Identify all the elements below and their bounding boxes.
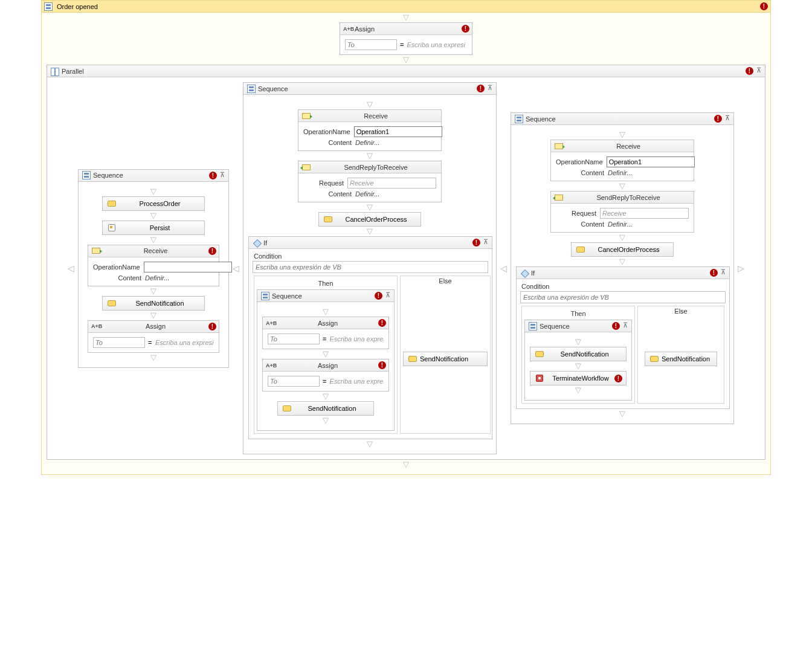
process-order-activity[interactable]: ProcessOrder [102, 196, 205, 211]
assign-icon: A+B [266, 362, 276, 369]
branch-drop-left[interactable]: ◁ [65, 263, 77, 273]
activity-icon [283, 405, 291, 411]
send-notification-activity[interactable]: SendNotification [645, 352, 717, 366]
error-icon[interactable]: ! [378, 361, 386, 369]
sequence-activity[interactable]: Sequence ! ⊼ ▽ [524, 320, 632, 401]
root-header[interactable]: Order opened ! [42, 1, 770, 13]
request-input[interactable] [600, 208, 689, 219]
error-icon[interactable]: ! [209, 172, 217, 179]
branch-drop[interactable]: ◁ [498, 263, 509, 273]
collapse-icon[interactable]: ⊼ [482, 239, 489, 247]
send-reply-activity[interactable]: SendReplyToReceive Request ContentDefini… [550, 191, 694, 233]
send-notification-activity[interactable]: SendNotification [530, 347, 627, 361]
collapse-icon[interactable]: ⊼ [719, 269, 727, 277]
receive-activity[interactable]: Receive OperationName ContentDefinir... [298, 109, 442, 151]
connector-arrow: ▽ [42, 460, 770, 469]
collapse-icon[interactable]: ⊼ [218, 172, 226, 179]
branch-drop-right[interactable]: ▷ [735, 263, 747, 273]
assign-activity[interactable]: A+B Assign ! =Escriba una expresi [262, 317, 389, 349]
if-activity[interactable]: If ! ⊼ Condition Then [248, 236, 492, 439]
if-icon [253, 239, 261, 247]
error-icon[interactable]: ! [375, 292, 382, 300]
assign-activity[interactable]: A+B Assign ! = Escriba una expresi [88, 320, 219, 353]
then-label: Then [524, 309, 632, 320]
assign-to-input[interactable] [268, 334, 320, 344]
condition-input[interactable] [520, 291, 726, 303]
send-notification-activity[interactable]: SendNotification [102, 296, 205, 311]
reply-icon [555, 195, 563, 201]
collapse-icon[interactable]: ⊼ [755, 67, 762, 75]
persist-activity[interactable]: Persist [102, 221, 205, 235]
collapse-icon[interactable]: ⊼ [486, 85, 494, 92]
receive-activity[interactable]: Receive ! OperationName Conten [88, 245, 219, 286]
branch-drop[interactable]: ◁ [230, 263, 242, 273]
sequence-activity[interactable]: Sequence ! ⊼ ▽ ProcessOrder ▽ [78, 169, 229, 368]
sequence-icon [247, 85, 256, 93]
assign-expr-hint[interactable]: Escriba una expresi [407, 41, 467, 48]
content-define-link[interactable]: Definir... [608, 169, 689, 176]
send-reply-activity[interactable]: SendReplyToReceive Request ContentDefini… [298, 161, 442, 202]
error-icon[interactable]: ! [612, 322, 620, 330]
error-icon[interactable]: ! [472, 239, 480, 247]
error-icon[interactable]: ! [710, 269, 718, 277]
parallel-activity[interactable]: Parallel ! ⊼ ◁ Sequence ! ⊼ [47, 65, 765, 460]
connector-arrow: ▽ [42, 55, 770, 65]
error-icon[interactable]: ! [614, 375, 622, 382]
content-define-link[interactable]: Definir... [355, 190, 436, 198]
request-input[interactable] [347, 178, 436, 189]
error-icon[interactable]: ! [477, 85, 485, 92]
assign-to-input[interactable] [93, 337, 145, 348]
collapse-icon[interactable]: ⊼ [723, 115, 731, 123]
assign-activity[interactable]: A+B Assign ! =Escriba una expresi [262, 359, 389, 392]
condition-input[interactable] [253, 261, 488, 273]
assign-activity[interactable]: A+B Assign ! = Escriba una expresi [340, 22, 472, 55]
content-define-link[interactable]: Definir... [608, 221, 689, 228]
error-icon[interactable]: ! [462, 25, 469, 33]
connector-arrow: ▽ [83, 235, 224, 245]
operation-name-input[interactable] [607, 156, 695, 167]
sequence-activity[interactable]: Sequence ! ⊼ ▽ [257, 289, 395, 431]
collapse-icon[interactable]: ⊼ [384, 292, 392, 300]
workflow-root[interactable]: Order opened ! ▽ A+B Assign ! = Escriba … [41, 0, 771, 475]
parallel-icon [51, 67, 59, 76]
assign-icon: A+B [91, 323, 101, 330]
sequence-activity[interactable]: Sequence ! ⊼ ▽ Receive [243, 82, 497, 454]
error-icon[interactable]: ! [714, 115, 722, 123]
connector-arrow: ▽ [83, 311, 224, 320]
content-label: Content [93, 274, 145, 282]
receive-activity[interactable]: Receive OperationName ContentDefinir... [550, 140, 694, 181]
content-define-link[interactable]: Definir... [355, 139, 436, 146]
cancel-order-activity[interactable]: CancelOrderProcess [571, 242, 674, 257]
else-label: Else [401, 276, 490, 287]
condition-label: Condition [253, 251, 488, 261]
error-icon[interactable]: ! [208, 323, 216, 330]
error-icon[interactable]: ! [378, 319, 386, 327]
error-icon[interactable]: ! [746, 67, 753, 75]
error-icon[interactable]: ! [208, 247, 216, 255]
parallel-title: Parallel [60, 68, 746, 75]
terminate-workflow-activity[interactable]: TerminateWorkflow ! [530, 371, 627, 385]
collapse-icon[interactable]: ⊼ [621, 322, 629, 330]
content-define-link[interactable]: Definir... [145, 274, 214, 282]
operation-name-input[interactable] [354, 126, 442, 137]
activity-icon [576, 247, 585, 253]
receive-icon [555, 143, 563, 149]
error-icon[interactable]: ! [760, 2, 768, 10]
assign-expr-hint[interactable]: Escriba una expresi [155, 339, 214, 346]
else-label: Else [638, 306, 724, 317]
activity-icon [324, 216, 332, 222]
receive-icon [302, 113, 311, 119]
sequence-activity[interactable]: Sequence ! ⊼ ▽ Receive [511, 112, 734, 424]
cancel-order-activity[interactable]: CancelOrderProcess [318, 212, 421, 227]
connector-arrow: ▽ [83, 211, 224, 221]
assign-to-input[interactable] [268, 376, 320, 387]
operation-name-input[interactable] [144, 262, 232, 272]
sequence-title: Sequence [92, 172, 209, 179]
if-activity[interactable]: If ! ⊼ Condition Then [516, 266, 730, 409]
assign-to-input[interactable] [345, 39, 397, 50]
assign-title: Assign [353, 25, 462, 33]
sequence-icon [82, 171, 91, 179]
send-notification-activity[interactable]: SendNotification [403, 352, 488, 366]
connector-arrow: ▽ [248, 100, 491, 109]
send-notification-activity[interactable]: SendNotification [277, 401, 374, 416]
